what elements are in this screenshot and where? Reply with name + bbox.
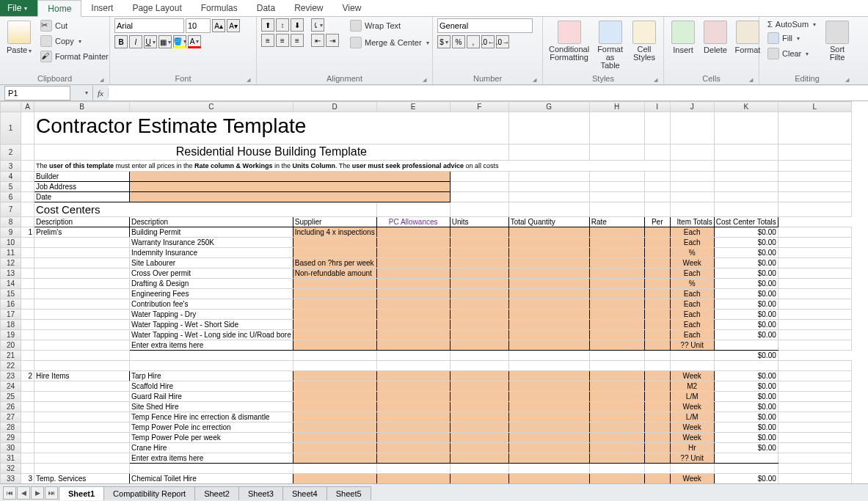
merge-center-button[interactable]: Merge & Center▾ [346, 35, 433, 50]
align-center-icon[interactable]: ≡ [276, 34, 289, 47]
cell-styles-button[interactable]: Cell Styles [630, 18, 659, 64]
col-header[interactable]: L [778, 102, 851, 112]
increase-font-icon[interactable]: A▴ [212, 19, 225, 32]
format-icon [736, 21, 759, 44]
tab-data[interactable]: Data [247, 0, 285, 16]
cut-button[interactable]: ✂Cut [37, 18, 112, 33]
row-header[interactable]: 22 [1, 361, 21, 371]
col-header[interactable]: H [589, 102, 644, 112]
col-header[interactable]: C [130, 102, 293, 112]
name-box[interactable] [4, 86, 70, 100]
sheet-tab[interactable]: Sheet3 [238, 486, 283, 500]
align-left-icon[interactable]: ≡ [261, 34, 274, 47]
bold-button[interactable]: B [114, 35, 128, 48]
border-button[interactable]: ▦▾ [158, 35, 172, 48]
sort-filter-button[interactable]: Sort Filte [823, 18, 852, 64]
tab-nav-prev[interactable]: ◀ [17, 486, 30, 500]
autosum-button[interactable]: Σ AutoSum▾ [764, 18, 820, 30]
col-header[interactable]: D [293, 102, 376, 112]
group-label-cells: Cells [668, 73, 754, 84]
currency-icon[interactable]: $▾ [437, 35, 451, 48]
group-label-font: Font [114, 73, 252, 84]
italic-button[interactable]: I [129, 35, 142, 48]
sigma-icon: Σ [767, 20, 773, 29]
col-header[interactable]: K [714, 102, 778, 112]
tab-nav-first[interactable]: ⏮ [3, 486, 16, 500]
tab-formulas[interactable]: Formulas [192, 0, 247, 16]
row-header[interactable]: 1 [1, 112, 21, 145]
clear-button[interactable]: Clear▾ [764, 46, 820, 61]
underline-button[interactable]: U▾ [144, 35, 157, 48]
font-size-select[interactable] [186, 18, 211, 33]
sheet-tab[interactable]: Sheet4 [282, 486, 327, 500]
decrease-decimal-icon[interactable]: .0→ [496, 35, 509, 48]
align-top-icon[interactable]: ⬆ [261, 18, 274, 32]
align-middle-icon[interactable]: ↕ [276, 18, 289, 32]
group-label-editing: Editing [764, 73, 850, 84]
input-date[interactable] [130, 192, 451, 202]
increase-indent-icon[interactable]: ⇥ [326, 34, 339, 47]
input-builder[interactable] [130, 172, 451, 182]
group-label-clipboard: Clipboard [4, 73, 105, 84]
number-format-select[interactable] [437, 18, 533, 33]
delete-cells-button[interactable]: Delete [701, 18, 730, 56]
tab-nav-next[interactable]: ▶ [31, 486, 44, 500]
table-icon [599, 21, 622, 44]
col-header[interactable]: E [376, 102, 450, 112]
formula-input[interactable] [109, 86, 868, 100]
section-header: Cost Centers [34, 202, 377, 217]
font-name-select[interactable] [114, 18, 184, 33]
font-color-button[interactable]: A▾ [188, 35, 201, 48]
format-as-table-button[interactable]: Format as Table [594, 18, 627, 72]
sheet-tab[interactable]: Sheet2 [194, 486, 239, 500]
tab-file[interactable]: File▾ [0, 0, 37, 16]
align-bottom-icon[interactable]: ⬇ [291, 18, 304, 32]
col-header[interactable]: J [670, 102, 714, 112]
merge-icon [350, 37, 362, 48]
cell-styles-icon [632, 21, 656, 44]
col-header[interactable]: F [450, 102, 508, 112]
fx-icon[interactable]: fx [93, 89, 109, 98]
col-header[interactable]: B [34, 102, 130, 112]
col-header[interactable]: A [21, 102, 34, 112]
sort-icon [825, 21, 849, 44]
input-jobAddress[interactable] [130, 182, 451, 192]
sheet-tab-bar: ⏮ ◀ ▶ ⏭ Sheet1Compatibility ReportSheet2… [0, 483, 868, 501]
tab-nav-last[interactable]: ⏭ [45, 486, 58, 500]
col-header[interactable]: I [644, 102, 670, 112]
tab-insert[interactable]: Insert [81, 0, 123, 16]
fill-button[interactable]: Fill▾ [764, 31, 820, 45]
format-cells-button[interactable]: Format [733, 18, 762, 56]
insert-icon [671, 21, 695, 44]
increase-decimal-icon[interactable]: .0← [481, 35, 495, 48]
menu-tabs: File▾ Home Insert Page Layout Formulas D… [0, 0, 868, 17]
conditional-formatting-button[interactable]: Conditional Formatting [547, 18, 591, 64]
orientation-icon[interactable]: ⤹▾ [311, 18, 324, 32]
row-header[interactable]: 32 [1, 464, 21, 474]
paste-button[interactable]: Paste▾ [4, 18, 34, 56]
fill-color-button[interactable]: 🪣▾ [173, 35, 186, 48]
col-header[interactable]: G [508, 102, 589, 112]
copy-button[interactable]: Copy▾ [37, 34, 112, 48]
sheet-tab[interactable]: Sheet5 [327, 486, 371, 500]
comma-icon[interactable]: , [467, 35, 480, 48]
percent-icon[interactable]: % [452, 35, 465, 48]
tab-home[interactable]: Home [37, 0, 81, 17]
formula-bar: ▾ fx [0, 85, 868, 101]
decrease-font-icon[interactable]: A▾ [227, 19, 240, 32]
group-label-styles: Styles [547, 73, 659, 84]
tab-page-layout[interactable]: Page Layout [123, 0, 191, 16]
tab-review[interactable]: Review [285, 0, 332, 16]
worksheet[interactable]: ABCDEFGHIJKL1Contractor Estimate Templat… [0, 101, 868, 483]
wrap-text-button[interactable]: Wrap Text [346, 18, 433, 33]
sheet-tab[interactable]: Compatibility Report [103, 486, 195, 500]
sheet-tab[interactable]: Sheet1 [59, 486, 104, 500]
fill-down-icon [767, 32, 779, 44]
delete-icon [704, 21, 727, 44]
decrease-indent-icon[interactable]: ⇤ [311, 34, 324, 47]
insert-cells-button[interactable]: Insert [668, 18, 698, 56]
brush-icon: 🖌 [40, 51, 52, 62]
align-right-icon[interactable]: ≡ [291, 34, 304, 47]
format-painter-button[interactable]: 🖌Format Painter [37, 49, 112, 64]
tab-view[interactable]: View [333, 0, 371, 16]
